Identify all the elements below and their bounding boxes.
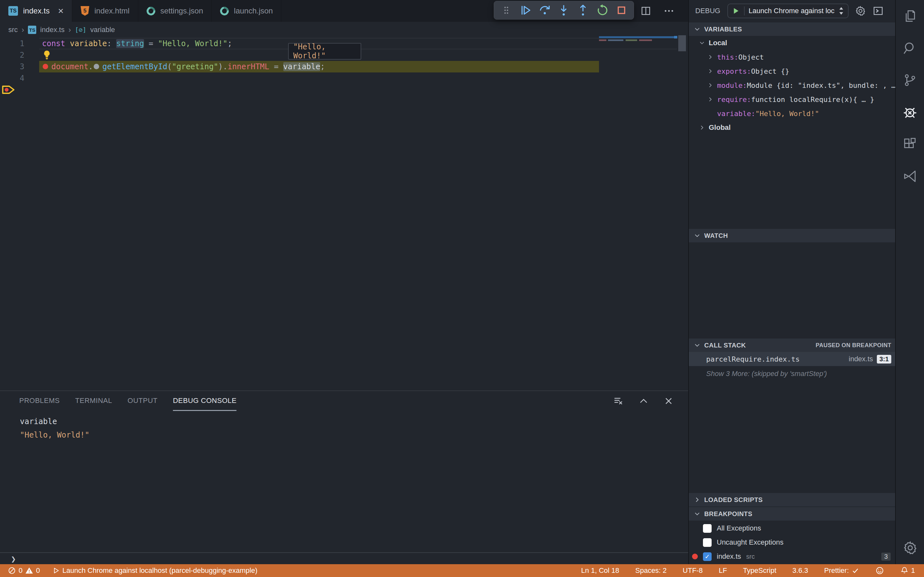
tab-debug-console[interactable]: DEBUG CONSOLE [173, 391, 236, 411]
separator: : [747, 67, 751, 75]
typescript-file-icon: TS [28, 26, 36, 34]
split-editor-icon[interactable] [640, 5, 652, 17]
gutter[interactable]: 2 [0, 49, 39, 61]
tab-settings-json[interactable]: settings.json [138, 0, 212, 22]
chevron-down-icon [694, 342, 700, 348]
eol-sequence[interactable]: LF [719, 566, 727, 575]
variable-row-variable[interactable]: variable: "Hello, World!" [689, 106, 896, 121]
chevron-down-icon [694, 232, 700, 239]
editor-actions [640, 0, 675, 22]
variable-value: Object [738, 53, 764, 61]
warnings-icon [25, 566, 33, 575]
step-into-button[interactable] [557, 3, 571, 17]
tab-label: launch.json [234, 6, 273, 15]
settings-gear-icon[interactable] [896, 540, 924, 555]
visual-studio-icon[interactable] [896, 160, 924, 192]
variable-row-this[interactable]: this: Object [689, 50, 896, 64]
prettier-status[interactable]: Prettier: [824, 566, 859, 575]
scope-label: Local [709, 39, 727, 47]
variable-row-require[interactable]: require: function localRequire(x){ … } [689, 92, 896, 106]
tab-label: settings.json [160, 6, 203, 15]
debug-sidebar: DEBUG Launch Chrome against local VARIAB… [688, 0, 895, 564]
separator: : [742, 81, 746, 89]
search-icon[interactable] [896, 32, 924, 64]
language-mode[interactable]: TypeScript [743, 566, 776, 575]
start-debugging-icon[interactable] [732, 7, 740, 15]
checkbox-unchecked[interactable] [703, 538, 712, 547]
clear-console-icon[interactable] [613, 396, 624, 406]
watch-section-header[interactable]: WATCH [689, 229, 896, 242]
code-token: ). [218, 62, 228, 71]
checkbox-unchecked[interactable] [703, 524, 712, 533]
console-expression[interactable]: variable [20, 415, 688, 428]
maximize-panel-icon[interactable] [638, 396, 649, 406]
breadcrumb: src › TS index.ts › [⊘] variable [0, 22, 688, 38]
debug-icon[interactable] [896, 96, 924, 128]
step-out-button[interactable] [576, 3, 590, 17]
variable-row-module[interactable]: module: Module {id: "index.ts", bundle: … [689, 78, 896, 92]
code-token: const [42, 39, 70, 48]
indentation[interactable]: Spaces: 2 [635, 566, 667, 575]
editor-scrollbar[interactable] [678, 35, 686, 51]
debug-settings-gear-icon[interactable] [855, 5, 866, 16]
gutter[interactable]: 4 [0, 73, 39, 84]
debug-console-input[interactable]: ❯ [0, 552, 688, 565]
breadcrumb-item-symbol[interactable]: variable [90, 26, 115, 34]
variable-row-exports[interactable]: exports: Object {} [689, 64, 896, 78]
tab-terminal[interactable]: TERMINAL [75, 391, 112, 411]
loaded-scripts-section-header[interactable]: LOADED SCRIPTS [689, 493, 896, 506]
minimap-line-2[interactable] [599, 39, 652, 41]
chevron-down-icon [694, 511, 700, 517]
typescript-version[interactable]: 3.6.3 [792, 566, 808, 575]
breakpoint-all-exceptions[interactable]: All Exceptions [689, 521, 896, 535]
inline-breakpoint-dot[interactable] [43, 64, 48, 69]
breadcrumb-item-src[interactable]: src [8, 26, 18, 34]
variables-section-header[interactable]: VARIABLES [689, 23, 896, 36]
call-stack-frame[interactable]: parcelRequire.index.ts index.ts 3:1 [689, 352, 896, 366]
launch-configuration-select[interactable]: Launch Chrome against local [727, 3, 849, 18]
extensions-icon[interactable] [896, 128, 924, 160]
cursor-position[interactable]: Ln 1, Col 18 [581, 566, 619, 575]
drag-handle-icon[interactable] [499, 3, 513, 17]
more-actions-icon[interactable] [663, 5, 675, 17]
checkbox-checked[interactable]: ✓ [703, 552, 712, 561]
debug-launch-status[interactable]: Launch Chrome against localhost (parcel-… [52, 566, 258, 575]
frame-file: index.ts [849, 355, 873, 363]
feedback-smiley-icon[interactable] [875, 566, 884, 575]
encoding[interactable]: UTF-8 [683, 566, 703, 575]
gutter[interactable]: 1 [0, 38, 39, 49]
tab-launch-json[interactable]: launch.json [212, 0, 281, 22]
problems-status[interactable]: 0 0 [8, 566, 40, 575]
tab-index-ts[interactable]: TS index.ts × [0, 0, 72, 22]
inline-breakpoint-dot[interactable] [94, 64, 99, 69]
notifications-bell[interactable]: 1 [900, 566, 915, 575]
breakpoints-section-header[interactable]: BREAKPOINTS [689, 507, 896, 521]
breakpoint-uncaught-exceptions[interactable]: Uncaught Exceptions [689, 535, 896, 550]
stop-button[interactable] [614, 3, 628, 17]
open-debug-console-icon[interactable] [872, 5, 884, 17]
scope-local[interactable]: Local [689, 36, 896, 50]
close-tab-icon[interactable]: × [58, 6, 64, 16]
restart-button[interactable] [595, 3, 609, 17]
tab-index-html[interactable]: 5 index.html [72, 0, 138, 22]
call-stack-section-header[interactable]: CALL STACK PAUSED ON BREAKPOINT [689, 338, 896, 352]
tab-problems[interactable]: PROBLEMS [19, 391, 60, 411]
close-panel-icon[interactable] [663, 396, 674, 406]
show-more-frames[interactable]: Show 3 More: (skipped by 'smartStep') [689, 367, 896, 380]
breakpoint-label: index.ts [717, 552, 741, 561]
continue-button[interactable] [519, 3, 533, 17]
debug-value-tooltip: "Hello, World!" [288, 43, 361, 60]
tab-output[interactable]: OUTPUT [128, 391, 158, 411]
step-over-button[interactable] [538, 3, 552, 17]
explorer-icon[interactable] [896, 0, 924, 32]
gutter[interactable]: 3 [0, 61, 39, 73]
minimap-line-1[interactable] [599, 36, 677, 38]
console-result[interactable]: "Hello, World!" [20, 428, 688, 442]
breakpoint-index-ts[interactable]: ✓ index.ts src 3 [689, 550, 896, 564]
scope-global[interactable]: Global [689, 121, 896, 135]
source-control-icon[interactable] [896, 64, 924, 96]
chevron-right-icon [708, 54, 717, 60]
panel-actions [613, 391, 674, 411]
frame-location-badge: 3:1 [877, 355, 891, 364]
breakpoint-path: src [746, 553, 755, 560]
